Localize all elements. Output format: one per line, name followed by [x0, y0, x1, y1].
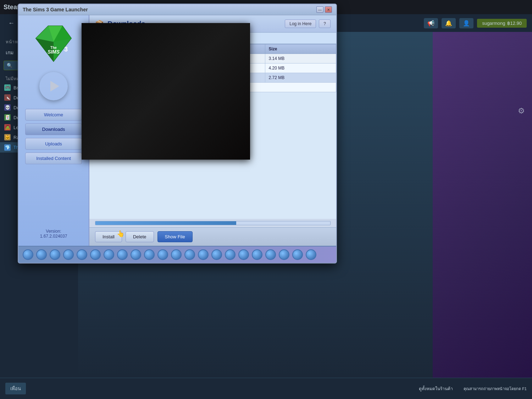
welcome-button[interactable]: Welcome	[25, 109, 82, 121]
svg-text:3: 3	[64, 46, 68, 53]
bottom-icon-10[interactable]	[144, 249, 155, 260]
bottom-icon-15[interactable]	[211, 249, 222, 260]
bottom-icon-18[interactable]	[252, 249, 262, 260]
install-label: Install	[102, 234, 115, 239]
deceit-icon: 🃏	[4, 114, 11, 121]
downloads-header-buttons: Log in Here ?	[285, 20, 331, 28]
sims3-logo: The SIMS 3	[29, 22, 78, 65]
deathgarden-icon: 💀	[4, 104, 11, 111]
row3-size: 2.72 MB	[265, 73, 336, 83]
bottom-icon-3[interactable]	[50, 249, 60, 260]
right-decor	[433, 32, 532, 378]
store-link[interactable]: ดูทั้งหมดในร้านค้า	[419, 385, 453, 392]
bottom-icon-21[interactable]	[292, 249, 303, 260]
bottom-icon-12[interactable]	[171, 249, 182, 260]
progress-area	[89, 219, 336, 227]
bottom-icon-20[interactable]	[279, 249, 289, 260]
settings-gear-icon[interactable]: ⚙	[518, 106, 525, 116]
version-label: Version:	[40, 229, 67, 234]
bottom-icon-4[interactable]	[63, 249, 74, 260]
row2-size: 4.20 MB	[265, 63, 336, 73]
launcher-left-panel: The SIMS 3 Welcome Downloads Uploads Ins…	[18, 15, 89, 246]
minimize-button[interactable]: —	[316, 6, 323, 13]
play-triangle-icon	[50, 81, 59, 92]
bottom-icon-5[interactable]	[77, 249, 87, 260]
row1-size: 3.14 MB	[265, 54, 336, 63]
back-button[interactable]: ←	[5, 18, 17, 28]
notification-button[interactable]: 🔔	[442, 18, 456, 28]
bottom-icon-7[interactable]	[104, 249, 114, 260]
launcher-bottom-icons	[18, 246, 336, 263]
screenshot-hint: คุณสามารถถ่ายภาพหน้าจอโดยกด F1	[464, 386, 527, 392]
launcher-titlebar: The Sims 3 Game Launcher — ✕	[18, 4, 336, 15]
username-text: sugarmong	[482, 21, 505, 26]
nav-icons-group: 📢 🔔 👤 sugarmong ฿12.90	[424, 18, 527, 28]
sidebar-games-label: เกม	[6, 49, 13, 56]
bottom-icon-19[interactable]	[265, 249, 276, 260]
bottom-icon-16[interactable]	[225, 249, 235, 260]
uploads-button[interactable]: Uploads	[25, 138, 82, 150]
show-file-button[interactable]: Show File	[157, 231, 193, 242]
username-balance[interactable]: sugarmong ฿12.90	[477, 19, 527, 28]
play-button[interactable]	[39, 72, 68, 100]
bottom-icon-13[interactable]	[184, 249, 195, 260]
ratty-icon: 🐱	[4, 134, 11, 140]
col-size: Size	[265, 44, 336, 54]
friends-button[interactable]: เพื่อน	[5, 383, 26, 394]
bottom-icon-2[interactable]	[36, 249, 47, 260]
bottom-icon-9[interactable]	[131, 249, 141, 260]
downloads-button[interactable]: Downloads	[25, 123, 82, 135]
version-number: 1.67.2.024037	[40, 234, 67, 239]
statusbar-right: ดูทั้งหมดในร้านค้า คุณสามารถถ่ายภาพหน้าจ…	[419, 385, 527, 392]
help-button[interactable]: ?	[319, 20, 331, 28]
launcher-title: The Sims 3 Game Launcher	[23, 7, 88, 12]
balance-text: ฿12.90	[507, 21, 522, 26]
install-button[interactable]: Install 👆	[95, 231, 122, 242]
bottom-icon-8[interactable]	[117, 249, 128, 260]
broadcast-button[interactable]: 📢	[424, 18, 438, 28]
progress-bar-fill	[95, 221, 236, 225]
l4d2-icon: 🧟	[4, 124, 11, 131]
delete-button[interactable]: Delete	[126, 231, 154, 242]
brawlhalla-icon: 🎮	[4, 84, 11, 91]
login-here-button[interactable]: Log in Here	[285, 20, 316, 28]
launcher-actions: Install 👆 Delete Show File	[89, 227, 336, 246]
bottom-icon-1[interactable]	[23, 249, 33, 260]
installed-content-button[interactable]: Installed Content	[25, 153, 82, 164]
bottom-icon-22[interactable]	[306, 249, 316, 260]
dbd-icon: 🔪	[4, 94, 11, 101]
steam-statusbar: เพื่อน ดูทั้งหมดในร้านค้า คุณสามารถถ่ายภ…	[0, 378, 532, 399]
bottom-icon-6[interactable]	[90, 249, 101, 260]
svg-text:SIMS: SIMS	[48, 49, 60, 55]
sims3-icon: 💎	[4, 144, 11, 151]
close-button[interactable]: ✕	[325, 6, 332, 13]
bottom-icon-14[interactable]	[198, 249, 209, 260]
version-info: Version: 1.67.2.024037	[40, 229, 67, 239]
avatar-button[interactable]: 👤	[459, 18, 473, 28]
progress-bar-container	[95, 221, 331, 225]
bottom-icon-11[interactable]	[157, 249, 168, 260]
bottom-icon-17[interactable]	[238, 249, 249, 260]
titlebar-controls: — ✕	[316, 6, 332, 13]
video-overlay	[82, 23, 250, 160]
cursor-icon: 👆	[117, 230, 124, 238]
video-content	[82, 23, 250, 160]
